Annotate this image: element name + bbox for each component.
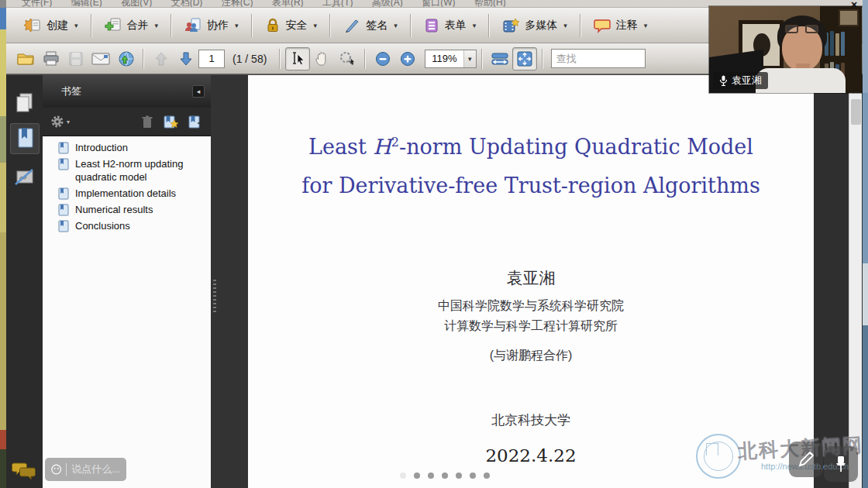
fit-page-button[interactable] [512,47,537,70]
slide-pager-dots [400,473,490,479]
toolbar-separator [488,14,490,37]
upload-web-button[interactable] [113,47,138,70]
merge-button[interactable]: 合并 ▾ [98,15,166,36]
menu-help[interactable]: 帮助(H) [467,0,514,8]
select-tool-button[interactable] [285,47,310,70]
pin-button[interactable] [824,446,858,482]
slide-date: 2022.4.22 [248,445,814,466]
comment-caret-icon: ▾ [644,22,648,29]
bookmarks-panel-title: 书签 [61,84,192,98]
comment-button[interactable]: 注释 ▾ [587,15,655,36]
zoom-in-button[interactable] [395,47,420,70]
bookmarks-panel-tab[interactable] [10,123,40,154]
toolbar-separator [364,49,366,69]
find-input[interactable] [551,49,646,68]
splitter-handle[interactable] [213,280,216,314]
multimedia-caret-icon: ▾ [563,22,567,29]
forms-button[interactable]: 表单 ▾ [417,15,484,36]
bookmarks-toolbar: ▾ [43,108,211,136]
chat-panel-icon[interactable] [12,460,36,482]
chat-placeholder: 说点什么... [71,462,120,476]
menu-tools[interactable]: 工具(T) [315,0,360,8]
expand-bookmark-button[interactable] [163,114,178,129]
zoom-level-dropdown[interactable]: 119% ▾ [425,50,476,68]
sign-button[interactable]: 签名 ▾ [336,15,405,36]
bookmark-item-label: Introduction [75,141,128,154]
create-pdf-button[interactable]: 创建 ▾ [17,15,85,36]
math-sup: 2 [391,135,399,149]
menu-comments[interactable]: 注释(C) [214,0,261,8]
signatures-panel-tab[interactable] [10,162,40,193]
toolbar-separator [143,49,144,69]
annotate-pen-button[interactable] [789,442,823,477]
bookmark-page-icon [58,219,69,232]
viewer-gutter-right [814,75,849,488]
zoom-caret-icon[interactable]: ▾ [463,50,476,67]
page-number-input[interactable] [198,50,225,68]
slide-author: 袁亚湘 [248,267,814,289]
bookmark-item-conclusions[interactable]: Conclusions [58,219,208,232]
toolbar-separator [410,14,412,37]
toolbar-separator [580,14,581,37]
collaborate-icon [184,18,202,33]
print-button[interactable] [39,47,64,70]
bookmark-options-button[interactable]: ▾ [50,115,70,129]
fit-width-button[interactable] [487,47,512,70]
pages-panel-tab[interactable] [10,88,40,119]
menu-edit[interactable]: 编辑(E) [64,0,110,8]
zoom-out-button[interactable] [370,47,395,70]
bookmark-item-implementation[interactable]: Implementation details [58,187,208,200]
main-area: 书签 ◂ ▾ Introduction [6,74,863,488]
pin-icon [832,455,849,473]
chat-input[interactable]: 说点什么... [45,458,126,481]
scrollbar-thumb[interactable] [851,99,861,125]
vertical-scrollbar[interactable]: ✕ [849,75,862,488]
pdf-page[interactable]: Least H2-norm Updating Quadratic Model f… [248,75,814,488]
sign-label: 签名 [366,19,388,33]
bookmark-item-label: Numerical results [75,203,153,216]
email-button[interactable] [88,47,113,70]
merge-icon [105,18,122,33]
delete-bookmark-button[interactable] [141,115,153,129]
panel-collapse-button[interactable]: ◂ [192,85,205,98]
toolbar-separator [279,49,281,69]
menu-advanced[interactable]: 高级(A) [364,0,411,8]
multimedia-button[interactable]: 多媒体 ▾ [495,15,574,36]
new-bookmark-button[interactable] [188,114,203,129]
next-page-button[interactable] [174,47,198,70]
webcam-close-icon[interactable]: ✕ [848,0,860,10]
forms-caret-icon: ▾ [473,22,477,29]
bookmark-page-icon [58,187,69,200]
previous-page-button[interactable] [149,47,174,70]
collaborate-button[interactable]: 协作 ▾ [177,15,246,36]
bookmark-item-introduction[interactable]: Introduction [58,141,208,154]
create-icon [24,18,41,33]
lock-icon [265,18,281,33]
toolbar-separator [91,14,92,37]
bookmark-item-numerical[interactable]: Numerical results [58,203,208,216]
emoji-icon[interactable] [51,463,61,476]
toolbar-separator [251,14,253,37]
bookmark-item-label: Least H2-norm updating quadratic model [75,157,199,184]
security-button[interactable]: 安全 ▾ [258,15,325,36]
menu-window[interactable]: 窗口(W) [414,0,463,8]
chat-divider [66,463,67,476]
marquee-zoom-button[interactable] [335,47,360,70]
hand-tool-button[interactable] [310,47,335,70]
bookmark-page-icon [58,141,69,154]
webcam-overlay[interactable]: 袁亚湘 [709,6,862,93]
menu-document[interactable]: 文档(D) [164,0,211,8]
menu-file[interactable]: 文件(F) [14,0,60,8]
desktop-edge-left [0,0,6,488]
slide-affiliation-2: 计算数学与科学工程计算研究所 [248,318,814,335]
bookmark-item-least-h2-norm[interactable]: Least H2-norm updating quadratic model [58,157,208,184]
toolbar-separator [481,49,483,69]
bookmark-item-label: Implementation details [75,187,176,200]
open-file-button[interactable] [14,47,39,70]
multimedia-label: 多媒体 [525,19,557,33]
menu-view[interactable]: 视图(V) [113,0,160,8]
gear-icon [50,115,64,129]
save-button[interactable] [64,47,88,70]
panel-splitter-gutter [211,75,248,488]
menu-forms[interactable]: 表单(R) [264,0,312,8]
